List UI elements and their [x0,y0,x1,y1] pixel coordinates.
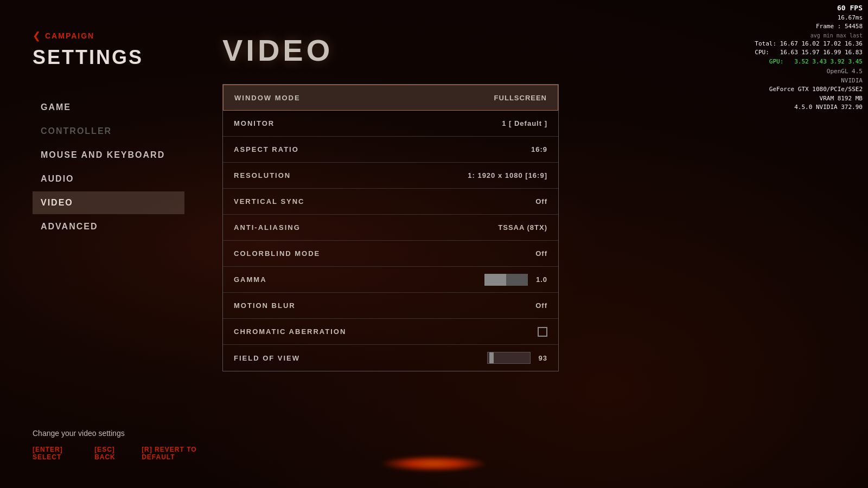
setting-row-window-mode[interactable]: WINDOW MODE FULLSCREEN [223,85,558,111]
gamma-slider-fill [484,274,506,286]
back-arrow-icon: ❮ [33,30,41,42]
setting-value-motion-blur: Off [535,301,547,310]
setting-label-gamma: GAMMA [234,275,267,284]
sidebar-item-mouse-keyboard[interactable]: MOUSE AND KEYBOARD [33,144,184,166]
key-hint-revert: [R] REVERT TO DEFAULT [142,446,217,461]
setting-value-gamma: 1.0 [536,275,547,284]
setting-row-monitor[interactable]: MONITOR 1 [ Default ] [223,111,558,137]
setting-label-window-mode: WINDOW MODE [234,94,301,102]
hud-frame-time: 16.67ms [755,14,863,23]
settings-list: WINDOW MODE FULLSCREEN MONITOR 1 [ Defau… [222,84,559,371]
hud-nvidia-label: NVIDIA [755,76,863,86]
hud-fps: 60 FPS [755,3,863,14]
setting-value-gamma-container: 1.0 [484,274,547,286]
sidebar-item-audio[interactable]: AUDIO [33,168,184,190]
setting-label-motion-blur: MOTION BLUR [234,301,296,310]
setting-row-fov[interactable]: FIELD OF VIEW 93 [223,345,558,371]
setting-value-fov: 93 [539,354,547,362]
fov-slider-thumb [489,352,494,363]
gamma-slider-track[interactable] [484,274,528,286]
setting-value-window-mode: FULLSCREEN [494,94,547,102]
sidebar: ❮ CAMPAIGN SETTINGS GAME CONTROLLER MOUS… [0,0,217,488]
setting-label-chromatic: CHROMATIC ABERRATION [234,328,346,336]
setting-value-monitor: 1 [ Default ] [502,119,547,127]
setting-label-aa: ANTI-ALIASING [234,223,301,232]
back-nav[interactable]: ❮ CAMPAIGN [33,30,184,42]
hud-cpu: CPU: 16.63 15.97 16.99 16.83 [755,48,863,57]
setting-row-aa[interactable]: ANTI-ALIASING TSSAA (8TX) [223,215,558,241]
setting-value-colorblind: Off [535,249,547,258]
hud-version: 4.5.0 NVIDIA 372.90 [755,103,863,112]
hud-stats: 60 FPS 16.67ms Frame : 54458 avg min max… [755,3,863,112]
fov-slider-track[interactable] [487,352,531,364]
setting-label-vsync: VERTICAL SYNC [234,197,305,206]
setting-row-aspect-ratio[interactable]: ASPECT RATIO 16:9 [223,137,558,163]
ember-glow [380,455,488,472]
setting-value-fov-container: 93 [487,352,547,364]
setting-row-motion-blur[interactable]: MOTION BLUR Off [223,293,558,319]
setting-label-monitor: MONITOR [234,119,275,127]
help-text: Change your video settings [33,429,217,438]
hud-vram: VRAM 8192 MB [755,94,863,104]
chromatic-checkbox[interactable] [538,327,547,337]
key-hints: [ENTER] SELECT [ESC] BACK [R] REVERT TO … [33,446,217,461]
setting-value-resolution: 1: 1920 x 1080 [16:9] [468,171,547,179]
setting-value-vsync: Off [535,197,547,206]
setting-value-aa: TSSAA (8TX) [498,223,547,232]
hud-gpu-name: GeForce GTX 1080/PCIe/SSE2 [755,85,863,94]
setting-label-fov: FIELD OF VIEW [234,354,300,362]
setting-row-resolution[interactable]: RESOLUTION 1: 1920 x 1080 [16:9] [223,163,558,189]
setting-row-colorblind[interactable]: COLORBLIND MODE Off [223,241,558,267]
key-hint-esc: [ESC] BACK [94,446,131,461]
settings-title: SETTINGS [33,46,184,69]
hud-opengl: OpenGL 4.5 [755,67,863,76]
setting-row-chromatic[interactable]: CHROMATIC ABERRATION [223,319,558,345]
sidebar-item-advanced[interactable]: ADVANCED [33,215,184,238]
setting-label-aspect-ratio: ASPECT RATIO [234,145,299,153]
bottom-help: Change your video settings [ENTER] SELEC… [33,429,217,461]
key-hint-enter: [ENTER] SELECT [33,446,84,461]
sidebar-item-controller: CONTROLLER [33,120,184,143]
setting-label-resolution: RESOLUTION [234,171,291,179]
sidebar-item-video[interactable]: VIDEO [33,191,184,214]
setting-row-vsync[interactable]: VERTICAL SYNC Off [223,189,558,215]
page-title: VIDEO [222,33,841,68]
sidebar-item-game[interactable]: GAME [33,96,184,119]
hud-col-headers: avg min max last [755,31,863,40]
setting-value-aspect-ratio: 16:9 [531,145,547,153]
nav-menu: GAME CONTROLLER MOUSE AND KEYBOARD AUDIO… [33,96,184,238]
hud-frame-number: Frame : 54458 [755,22,863,31]
setting-label-colorblind: COLORBLIND MODE [234,249,320,258]
campaign-label: CAMPAIGN [45,31,94,40]
setting-row-gamma[interactable]: GAMMA 1.0 [223,267,558,293]
hud-total: Total: 16.67 16.02 17.02 16.36 [755,40,863,49]
hud-gpu: GPU: 3.52 3.43 3.92 3.45 [755,57,863,67]
